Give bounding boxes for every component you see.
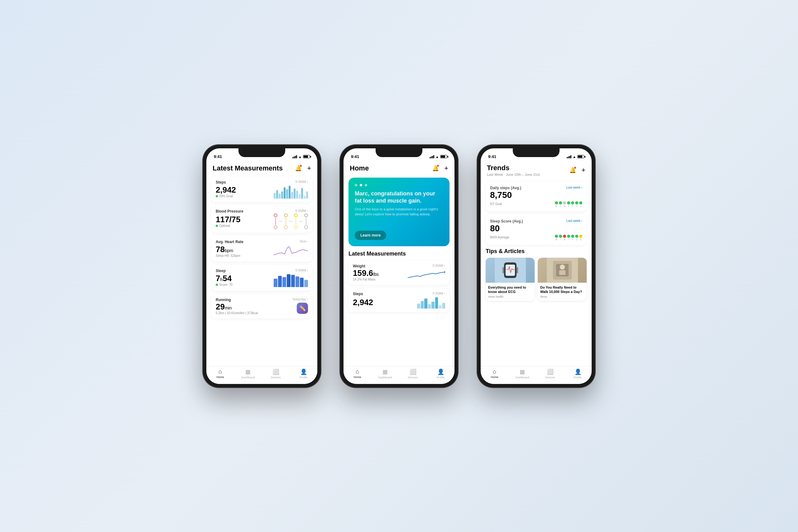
tab-profile-3[interactable]: 👤 Profile	[564, 368, 592, 379]
tab-dashboard-2[interactable]: ▦ Dashboard	[371, 368, 399, 379]
svg-rect-4	[502, 267, 504, 273]
tab-home-2[interactable]: ⌂ Home	[343, 368, 371, 379]
status-time-3: 9:41	[488, 154, 496, 159]
running-icon: ✏️	[297, 303, 308, 314]
steps-image	[547, 258, 578, 283]
page-title-2: Home	[350, 164, 369, 172]
top-nav-3: Trends Last Week · June 15th – June 21st…	[481, 162, 592, 179]
dashboard-icon-2: ▦	[382, 368, 388, 375]
tip-card-ecg[interactable]: Everything you need to know about ECG He…	[486, 258, 535, 301]
tips-cards: Everything you need to know about ECG He…	[486, 258, 587, 301]
profile-icon-3: 👤	[574, 368, 581, 375]
running-card[interactable]: Running Yesterday › 29min 5.2km | 10:41m…	[211, 294, 312, 319]
tab-home-1[interactable]: ⌂ Home	[206, 368, 234, 379]
steps-card[interactable]: Steps 9:39AM › 2,942 29% Goal	[211, 176, 312, 202]
add-button-2[interactable]: +	[444, 164, 448, 172]
svg-point-9	[560, 265, 565, 270]
tab-bar-3: ⌂ Home ▦ Dashboard ⬜ Devices 👤 Profile	[481, 366, 592, 384]
tip-card-steps[interactable]: Do You Really Need to Walk 10,000 Steps …	[538, 258, 587, 301]
profile-icon-2: 👤	[437, 368, 444, 375]
sleep-card[interactable]: Sleep 9:39AM › 7h54 Score: 70	[211, 265, 312, 291]
wifi-icon-3: ▲	[573, 155, 576, 159]
tab-bar-1: ⌂ Home ▦ Dashboard ⬜ Devices 👤 Profile	[206, 366, 317, 384]
notification-dot-3	[574, 167, 576, 169]
hr-chart	[274, 244, 308, 258]
steps-card-2[interactable]: Steps 9:39AM › 2,942	[348, 288, 450, 312]
home-icon-2: ⌂	[356, 368, 359, 375]
page-title-3: Trends	[487, 164, 539, 172]
home-icon-3: ⌂	[493, 368, 496, 375]
weight-card[interactable]: Weight 9:39AM › 159.6lbs 14.2% Fat Mass	[348, 260, 450, 285]
status-icons-3: ▲	[567, 155, 584, 159]
tip-category-steps: Move	[540, 295, 584, 298]
svg-rect-5	[516, 267, 518, 273]
add-button-1[interactable]: +	[307, 164, 311, 172]
hr-card[interactable]: Avg. Heart Rate Now › 78bpm Sleep HR: 52…	[211, 236, 312, 262]
tip-category-ecg: Heart health	[488, 295, 532, 298]
hero-subtitle: One of the keys to a good metabolism is …	[355, 207, 443, 216]
tab-devices-3[interactable]: ⬜ Devices	[536, 368, 564, 379]
bell-button-2[interactable]: 🔔	[431, 164, 440, 173]
bell-button-3[interactable]: 🔔	[568, 166, 577, 174]
tab-profile-2[interactable]: 👤 Profile	[427, 368, 455, 379]
tab-devices-2[interactable]: ⬜ Devices	[399, 368, 427, 379]
wifi-icon-1: ▲	[298, 155, 302, 159]
top-nav-2: Home 🔔 +	[343, 162, 455, 175]
steps-chart-1	[274, 185, 308, 198]
nav-icons-1: 🔔 +	[294, 164, 311, 173]
tab-profile-1[interactable]: 👤 Profile	[290, 368, 317, 379]
battery-icon-2	[440, 155, 447, 158]
hero-dots	[355, 184, 443, 186]
svg-point-0	[444, 271, 445, 273]
bell-button-1[interactable]: 🔔	[294, 164, 303, 173]
dashboard-icon-1: ▦	[245, 368, 251, 375]
notch-2	[376, 148, 422, 157]
battery-icon-1	[303, 155, 310, 158]
signal-icon-3	[567, 155, 571, 158]
tab-dashboard-3[interactable]: ▦ Dashboard	[508, 368, 536, 379]
screen-content-2: Marc, congratulations on your fat loss a…	[343, 175, 455, 366]
tab-devices-1[interactable]: ⬜ Devices	[262, 368, 290, 379]
nav-icons-3: 🔔 +	[568, 166, 585, 174]
section-title-measurements: Latest Measurements	[343, 251, 455, 260]
svg-rect-10	[559, 270, 566, 275]
status-time-1: 9:41	[214, 154, 222, 159]
add-button-3[interactable]: +	[581, 166, 585, 174]
hero-card[interactable]: Marc, congratulations on your fat loss a…	[348, 178, 450, 246]
tab-home-3[interactable]: ⌂ Home	[481, 368, 508, 379]
status-time-2: 9:41	[351, 154, 359, 159]
signal-icon-1	[292, 155, 297, 158]
sleep-chart	[274, 273, 308, 287]
notch-1	[239, 148, 285, 157]
screen-content-3: Daily steps (Avg.) Last week › 8,750 5/7…	[481, 179, 592, 366]
nav-icons-2: 🔔 +	[431, 164, 448, 173]
bp-chart	[274, 213, 308, 229]
steps-chart-2	[417, 296, 445, 308]
ecg-image	[495, 258, 526, 283]
steps-week-dots	[555, 201, 582, 205]
phone-1: 9:41 ▲ Latest Measureme	[203, 145, 321, 388]
weight-chart	[408, 268, 445, 281]
wifi-icon-2: ▲	[435, 155, 439, 159]
tip-title-steps: Do You Really Need to Walk 10,000 Steps …	[540, 285, 584, 294]
tips-section: Tips & Articles	[481, 248, 592, 301]
bp-card[interactable]: Blood Pressure 9:39AM › 117/75 Optimal	[211, 205, 312, 233]
notch-3	[513, 148, 559, 157]
status-icons-1: ▲	[292, 155, 310, 159]
notification-dot-2	[437, 165, 439, 167]
learn-more-button[interactable]: Learn more	[355, 231, 386, 240]
measurements-list-1: Steps 9:39AM › 2,942 29% Goal	[206, 175, 317, 323]
hero-title: Marc, congratulations on your fat loss a…	[355, 190, 443, 205]
top-nav-1: Latest Measurements 🔔 +	[206, 162, 317, 175]
tab-bar-2: ⌂ Home ▦ Dashboard ⬜ Devices 👤 Profile	[343, 366, 455, 384]
screen-content-1: Steps 9:39AM › 2,942 29% Goal	[206, 175, 317, 366]
dashboard-icon-3: ▦	[520, 368, 525, 375]
daily-steps-card[interactable]: Daily steps (Avg.) Last week › 8,750 5/7…	[486, 182, 587, 212]
sleep-score-card[interactable]: Sleep Score (Avg.) Last week › 80 8h09 A…	[486, 215, 587, 245]
profile-icon-1: 👤	[300, 368, 307, 375]
devices-icon-1: ⬜	[272, 368, 279, 375]
devices-icon-2: ⬜	[410, 368, 416, 375]
phones-container: 9:41 ▲ Latest Measureme	[203, 145, 595, 388]
tip-title-ecg: Everything you need to know about ECG	[488, 285, 532, 294]
tab-dashboard-1[interactable]: ▦ Dashboard	[234, 368, 262, 379]
